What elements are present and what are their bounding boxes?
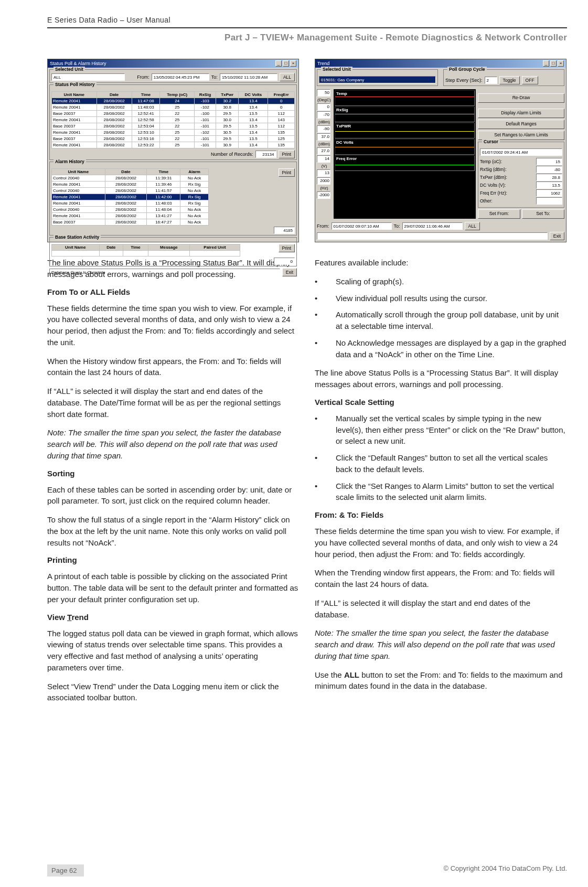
redraw-button[interactable]: Re-Draw — [478, 93, 564, 103]
status-poll-window: Status Poll & Alarm History _ □ × Select… — [47, 59, 299, 242]
unit-label: (V) — [317, 163, 332, 169]
scale-top-input[interactable]: 14 — [317, 155, 330, 163]
heading-vertical-scale: Vertical Scale Setting — [315, 398, 566, 407]
selected-unit-field[interactable]: ALL — [51, 73, 125, 81]
paragraph: These fields determine the time span you… — [315, 526, 566, 560]
from-field[interactable]: 01/07/2002 09:07:10 AM — [332, 222, 392, 230]
minimize-icon[interactable]: _ — [275, 60, 282, 67]
selected-unit-group: Selected Unit 015031: Gas Company — [317, 69, 438, 86]
paragraph: Each of these tables can be sorted in as… — [47, 484, 299, 507]
exit-button[interactable]: Exit — [282, 268, 297, 276]
trend-chart: DC Volts — [335, 139, 475, 155]
paragraph: When the History window first appears, t… — [47, 356, 299, 379]
from-label: From: — [317, 223, 329, 229]
list-item: •No Acknowledge messages are displayed b… — [315, 337, 566, 360]
trend-chart: RxSig — [335, 106, 475, 122]
heading-part: rend — [71, 613, 89, 622]
page-number: Page 62 — [47, 864, 84, 877]
scale-top-input[interactable]: 50 — [317, 89, 330, 97]
toggle-button[interactable]: Toggle — [499, 76, 520, 84]
exit-button[interactable]: Exit — [550, 232, 564, 240]
scale-bot-input[interactable]: 13 — [317, 169, 330, 177]
cursor-value: -80 — [536, 166, 562, 173]
off-button[interactable]: OFF — [522, 76, 538, 84]
trend-graphs: TempRxSigTxPWRDC VoltsFreq Error — [334, 89, 476, 219]
paragraph: A printout of each table is possible by … — [47, 571, 299, 605]
step-field[interactable]: 2 — [485, 77, 497, 84]
scale-bot-input[interactable]: -90 — [317, 125, 330, 133]
all-button[interactable]: ALL — [280, 73, 295, 81]
pgc-legend: Poll Group Cycle — [447, 67, 487, 72]
scale-top-input[interactable]: -70 — [317, 111, 330, 119]
doc-header: E Series Data Radio – User Manual — [47, 16, 567, 24]
heading-sorting: Sorting — [47, 469, 299, 478]
bsa-count: 0 — [274, 258, 295, 265]
heading-view-trend: View Trend — [47, 613, 299, 622]
trend-chart: TxPWR — [335, 123, 475, 138]
set-to-button[interactable]: Set To: — [522, 209, 564, 219]
to-field[interactable]: 15/10/2002 11:10:28 AM — [220, 73, 277, 81]
paragraph: These fields determine the time span you… — [47, 303, 299, 348]
maximize-icon[interactable]: □ — [550, 60, 557, 67]
note-paragraph: Note: The smaller the time span you sele… — [315, 627, 566, 661]
text-span: Use the — [315, 670, 344, 679]
trend-chart: Freq Error — [335, 155, 475, 171]
scale-bot-input[interactable]: -2000 — [317, 191, 330, 199]
close-icon[interactable]: × — [290, 60, 296, 67]
default-ranges-button[interactable]: Default Ranges — [478, 120, 564, 129]
list-item: •View individual poll results using the … — [315, 293, 566, 304]
cursor-reading: Freq Err (Hz):1062 — [480, 189, 562, 197]
from-field[interactable]: 13/05/2002 04:45:23 PM — [152, 73, 209, 81]
list-item: •Manually set the vertical scales by sim… — [315, 413, 566, 447]
scale-bot-input[interactable]: 27.0 — [317, 147, 330, 155]
minimize-icon[interactable]: _ — [543, 60, 549, 67]
list-item: •Click the “Default Ranges” button to se… — [315, 452, 566, 475]
scale-top-input[interactable]: 37.0 — [317, 133, 330, 141]
bold-span: ALL — [344, 670, 359, 679]
unit-label: (dBm) — [317, 119, 332, 125]
status-poll-table[interactable]: Unit NameDateTimeTemp (oC)RxSigTxPwrDC V… — [51, 91, 295, 148]
cursor-reading: Other: — [480, 197, 562, 205]
numrec-label: Number of Records: — [211, 152, 253, 157]
window-titlebar: Status Poll & Alarm History _ □ × — [48, 59, 298, 68]
part-title: Part J – TVIEW+ Management Suite - Remot… — [47, 33, 567, 43]
heading-from-to: From To or ALL Fields — [47, 287, 299, 296]
set-from-button[interactable]: Set From: — [478, 209, 520, 219]
cursor-legend: Cursor — [482, 139, 500, 144]
scale-top-input[interactable]: 2000 — [317, 177, 330, 185]
paragraph: The line above Status Polls is a “Proces… — [315, 367, 566, 390]
print-button[interactable]: Print — [279, 244, 295, 252]
scale-bot-input[interactable]: 0 — [317, 103, 330, 111]
list-item: •Scaling of graph(s). — [315, 276, 566, 287]
alarm-history-table[interactable]: Unit NameDateTimeAlarmControl 2004028/08… — [51, 168, 209, 226]
list-item: •Automatically scroll through the group … — [315, 309, 566, 332]
maximize-icon[interactable]: □ — [283, 60, 289, 67]
ah-count: 4185 — [274, 227, 295, 234]
selected-unit-field[interactable]: 015031: Gas Company — [319, 76, 436, 83]
ah-legend: Alarm History — [54, 159, 86, 164]
heading-printing: Printing — [47, 555, 299, 564]
print-button[interactable]: Print — [279, 150, 295, 158]
numrec-field: 23134 — [255, 151, 276, 158]
cursor-reading: RxSig (dBm):-80 — [480, 166, 562, 173]
print-button[interactable]: Print — [279, 168, 295, 177]
cursor-value: 28.8 — [536, 174, 562, 181]
close-icon[interactable]: × — [558, 60, 564, 67]
to-label: To: — [211, 74, 218, 80]
trend-scale-inputs: 50(DegC)0-70(dBm)-9037.0(dBm)27.014(V)13… — [317, 89, 332, 219]
paragraph: To show the full status of a single repo… — [47, 514, 299, 548]
header-rule — [47, 27, 567, 28]
bsa-table[interactable]: Unit NameDateTimeMessagePaired Unit — [51, 244, 240, 257]
display-alarm-button[interactable]: Display Alarm Limits — [478, 109, 564, 118]
note-paragraph: Note: The smaller the time span you sele… — [47, 427, 299, 461]
cursor-group: Cursor 01/07/2002 09:24:41 AM Temp (oC):… — [478, 142, 564, 208]
cursor-value: 13.5 — [536, 181, 562, 189]
left-body-text: The line above Status Polls is a “Proces… — [47, 257, 299, 703]
cursor-value: 1062 — [536, 189, 562, 197]
all-button[interactable]: ALL — [465, 222, 480, 230]
to-field[interactable]: 29/07/2002 11:06:46 AM — [402, 222, 463, 230]
right-body-text: Features available include: •Scaling of … — [315, 257, 566, 692]
trend-chart: Temp — [335, 90, 475, 106]
heading-part: View — [47, 613, 67, 622]
from-label: From: — [137, 74, 149, 80]
